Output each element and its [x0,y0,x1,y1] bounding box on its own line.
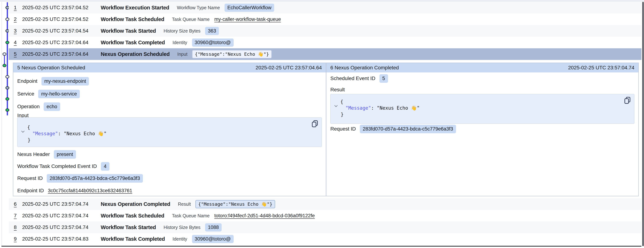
event-name: Workflow Task Scheduled [101,213,164,219]
event-field-value-badge: EchoCallerWorkflow [224,4,274,12]
event-timestamp: 2025-02-25 UTC 23:57:04.83 [22,236,101,242]
field-value-badge: my-nexus-endpoint [42,77,89,85]
timeline-dot-event-10[interactable] [6,108,9,112]
event-field-label: Input [177,51,188,57]
json-line: { [330,99,634,105]
event-id-link[interactable]: 6 [14,201,22,207]
vertical-scrollbar[interactable] [642,2,644,246]
field-value-badge: 4 [101,162,110,171]
event-id-link[interactable]: 3 [14,28,22,34]
panel-header: 6 Nexus Operation Completed 2025-02-25 U… [326,63,638,72]
event-timestamp: 2025-02-25 UTC 23:57:04.52 [22,16,101,22]
bottom-border [2,246,642,247]
field-label: Endpoint ID [17,188,44,194]
event-name: Workflow Task Scheduled [101,16,164,22]
event-id-link[interactable]: 9 [14,236,22,242]
event-id-link[interactable]: 4 [14,39,22,45]
event-field-label: History Size Bytes [164,225,200,230]
panel-nexus-operation-scheduled: 5 Nexus Operation Scheduled 2025-02-25 U… [13,63,326,196]
panel-header: 5 Nexus Operation Scheduled 2025-02-25 U… [13,63,326,72]
timeline-dot-event-6[interactable] [2,64,6,67]
field-value-badge: 283fd070-d57a-4423-bdca-c5c779e6a3f3 [47,174,143,183]
event-row[interactable]: 6 2025-02-25 UTC 23:57:04.74 Nexus Opera… [9,198,642,210]
field-endpoint: Endpoint my-nexus-endpoint [17,77,89,85]
event-timestamp: 2025-02-25 UTC 23:57:04.64 [22,39,101,45]
field-label: Request ID [330,126,356,132]
panel-title: 6 Nexus Operation Completed [330,65,399,71]
field-label: Request ID [17,175,43,181]
copy-button[interactable] [624,96,631,105]
event-payload-chip: {"Message":"Nexus Echo 👋"} [196,200,275,208]
input-json-viewer: { "Message": "Nexus Echo 👋" } [17,117,322,147]
field-label: Scheduled Event ID [330,75,376,81]
event-timestamp: 2025-02-25 UTC 23:57:04.74 [22,213,101,219]
event-id-link[interactable]: 7 [14,213,22,219]
event-field-label: History Size Bytes [164,28,200,33]
field-label: Service [17,91,34,97]
timeline-dot-event-5[interactable] [2,52,6,56]
field-service: Service my-hello-service [17,89,80,98]
panel-title: 5 Nexus Operation Scheduled [17,65,85,71]
field-operation: Operation echo [17,102,60,111]
event-row[interactable]: 1 2025-02-25 UTC 23:57:04.52 Workflow Ex… [9,2,642,13]
field-label: Operation [17,104,40,109]
timeline-dot-event-7[interactable] [6,75,9,78]
json-line: } [330,111,634,118]
event-name: Workflow Task Started [101,28,156,34]
panel-timestamp: 2025-02-25 UTC 23:57:04.74 [568,65,634,71]
panel-timestamp: 2025-02-25 UTC 23:57:04.64 [256,65,322,71]
field-scheduled-event-id: Scheduled Event ID 5 [330,74,388,83]
event-field-label: Identity [172,236,187,242]
left-border [2,2,2,246]
event-field-label: Task Queue Name [172,213,210,219]
event-field-value-badge: 30960@totoro@ [192,235,234,243]
event-field-label: Result [178,202,191,207]
json-line: } [18,137,322,143]
timeline-dot-event-8[interactable] [6,86,9,89]
copy-button[interactable] [311,120,319,128]
field-value-badge: echo [44,102,60,111]
event-field-label: Identity [172,40,187,45]
event-row[interactable]: 3 2025-02-25 UTC 23:57:04.54 Workflow Ta… [9,25,642,37]
task-queue-link[interactable]: totoro:f494fecf-2d51-4d48-bdcd-036a0f912… [214,213,315,219]
collapse-json-chevron[interactable] [334,103,338,108]
event-id-link[interactable]: 2 [14,16,22,22]
collapse-json-chevron[interactable] [21,129,25,134]
event-id-link[interactable]: 5 [14,51,22,57]
event-field-label: Task Queue Name [172,17,210,22]
field-value-badge: 283fd070-d57a-4423-bdca-c5c779e6a3f3 [360,125,456,133]
endpoint-id-link[interactable]: 3c0c75ccfa8144b092c13ce632463761 [48,188,132,194]
top-strip [0,0,644,1]
field-value-badge: 5 [380,74,388,83]
json-line: "Message": "Nexus Echo 👋" [330,105,634,111]
event-field-value-badge: 363 [205,27,219,35]
event-row[interactable]: 9 2025-02-25 UTC 23:57:04.83 Workflow Ta… [9,233,642,245]
result-json-viewer: { "Message": "Nexus Echo 👋" } [330,94,634,124]
event-name: Workflow Task Completed [101,39,165,45]
event-id-link[interactable]: 8 [14,224,22,230]
timeline-dot-event-9[interactable] [6,97,9,101]
field-label: Endpoint [17,78,38,84]
event-row[interactable]: 8 2025-02-25 UTC 23:57:04.74 Workflow Ta… [9,222,642,233]
field-endpoint-id: Endpoint ID 3c0c75ccfa8144b092c13ce63246… [17,186,132,195]
event-name: Workflow Task Started [101,224,156,230]
field-label: Workflow Task Completed Event ID [17,163,97,169]
event-id-link[interactable]: 1 [14,5,22,10]
field-label: Nexus Header [17,151,50,157]
event-name: Nexus Operation Completed [101,201,170,207]
event-timestamp: 2025-02-25 UTC 23:57:04.64 [22,51,101,57]
event-row-selected[interactable]: 5 2025-02-25 UTC 23:57:04.64 Nexus Opera… [9,48,642,60]
event-name: Workflow Task Completed [101,236,165,242]
event-payload-chip: {"Message":"Nexus Echo 👋"} [192,50,272,58]
event-timestamp: 2025-02-25 UTC 23:57:04.52 [22,5,101,10]
json-line: "Message": "Nexus Echo 👋" [18,131,322,137]
field-workflow-task-completed-event-id: Workflow Task Completed Event ID 4 [17,162,110,171]
panel-nexus-operation-completed: 6 Nexus Operation Completed 2025-02-25 U… [326,63,638,196]
field-value-badge: present [54,150,76,159]
event-row[interactable]: 2 2025-02-25 UTC 23:57:04.52 Workflow Ta… [9,13,642,25]
event-field-value-badge: 30960@totoro@ [192,38,234,47]
task-queue-link[interactable]: my-caller-workflow-task-queue [214,16,281,22]
event-row[interactable]: 4 2025-02-25 UTC 23:57:04.64 Workflow Ta… [9,37,642,48]
event-field-label: Workflow Type Name [177,5,220,10]
event-row[interactable]: 7 2025-02-25 UTC 23:57:04.74 Workflow Ta… [9,210,642,222]
